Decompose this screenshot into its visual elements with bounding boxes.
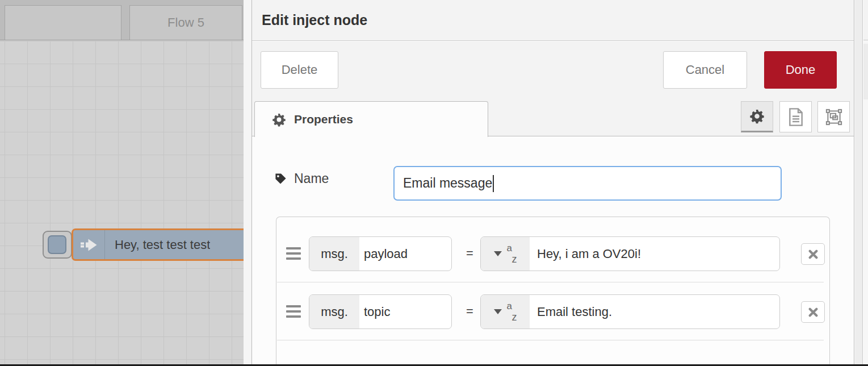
gear-icon — [749, 109, 765, 124]
remove-topic-row-button[interactable] — [801, 301, 825, 323]
properties-icon-button[interactable] — [741, 101, 773, 132]
flow-canvas-grid[interactable]: Hey, test test test — [0, 41, 244, 364]
row-separator — [277, 340, 824, 340]
inject-node[interactable]: Hey, test test test — [72, 228, 244, 261]
remove-payload-row-button[interactable] — [801, 243, 825, 265]
name-field-label: Name — [274, 171, 329, 186]
flow-tab-flow5[interactable]: Flow 5 — [129, 5, 242, 40]
close-icon — [808, 307, 818, 317]
equals-sign: = — [466, 246, 473, 261]
dialog-button-row: Delete Cancel Done — [252, 41, 854, 97]
dialog-tab-row: Properties — [252, 97, 854, 136]
tag-icon — [274, 172, 287, 185]
topic-type-select[interactable]: a z — [481, 295, 530, 328]
inject-node-icon-region — [73, 230, 105, 259]
property-row-topic: msg. topic = a z Email testing. — [276, 282, 829, 340]
dialog-title: Edit inject node — [262, 12, 367, 28]
appearance-icon-button[interactable] — [817, 101, 850, 132]
flow-tab-bar: Flow 5 — [0, 0, 244, 40]
cancel-button[interactable]: Cancel — [663, 51, 747, 89]
equals-sign: = — [466, 304, 473, 319]
payload-type-select[interactable]: a z — [481, 237, 530, 271]
sidebar-edge — [863, 0, 868, 364]
payload-value-text: Hey, i am a OV20i! — [530, 237, 779, 271]
done-button[interactable]: Done — [764, 51, 837, 89]
inject-node-label: Hey, test test test — [105, 238, 210, 252]
close-icon — [808, 249, 818, 259]
name-input[interactable]: Email message — [393, 166, 782, 201]
dialog-right-shade — [855, 0, 863, 364]
flow-workspace: Flow 5 Hey, test test test — [0, 0, 244, 364]
payload-value-field[interactable]: a z Hey, i am a OV20i! — [480, 236, 780, 271]
chevron-down-icon — [494, 251, 502, 256]
node-red-editor: Flow 5 Hey, test test test E — [0, 0, 868, 366]
properties-form: Name Email message msg. payload = — [252, 137, 854, 364]
flow-tab-1[interactable] — [5, 5, 121, 40]
topic-key-field[interactable]: msg. topic — [309, 294, 452, 329]
property-row-payload: msg. payload = a z Hey, i am a OV20i! — [276, 217, 829, 282]
topic-value-text: Email testing. — [530, 295, 779, 328]
drag-handle-icon[interactable] — [286, 247, 301, 260]
drag-handle-icon[interactable] — [286, 305, 301, 318]
delete-button[interactable]: Delete — [261, 51, 338, 89]
appearance-icon — [825, 109, 842, 126]
payload-key-field[interactable]: msg. payload — [309, 236, 452, 271]
payload-key-value: payload — [359, 237, 451, 271]
workspace-dialog-gap — [244, 0, 251, 364]
name-label-text: Name — [294, 171, 329, 186]
sidebar-edge-header — [863, 0, 868, 40]
flow-tab-flow5-label: Flow 5 — [167, 15, 204, 30]
edit-inject-node-dialog: Edit inject node Delete Cancel Done Prop… — [251, 0, 854, 364]
tab-properties-label: Properties — [294, 113, 353, 126]
inject-arrow-icon — [79, 236, 99, 253]
topic-key-value: topic — [359, 295, 451, 328]
msg-prefix-label: msg. — [309, 295, 359, 328]
sidebar-edge-section — [863, 44, 868, 99]
tab-properties[interactable]: Properties — [254, 101, 488, 137]
chevron-down-icon — [494, 309, 502, 314]
inject-trigger-button-face — [48, 235, 66, 254]
string-type-icon: a z — [507, 302, 517, 322]
gear-icon — [272, 113, 286, 127]
name-input-value: Email message — [403, 176, 492, 191]
inject-trigger-button[interactable] — [43, 231, 72, 259]
text-caret — [493, 175, 494, 192]
description-icon — [788, 108, 804, 126]
msg-prefix-label: msg. — [309, 237, 359, 271]
inject-properties-list: msg. payload = a z Hey, i am a OV20i! — [276, 217, 830, 366]
description-icon-button[interactable] — [779, 101, 812, 132]
string-type-icon: a z — [507, 244, 517, 264]
dialog-header: Edit inject node — [252, 0, 854, 41]
topic-value-field[interactable]: a z Email testing. — [480, 294, 780, 329]
